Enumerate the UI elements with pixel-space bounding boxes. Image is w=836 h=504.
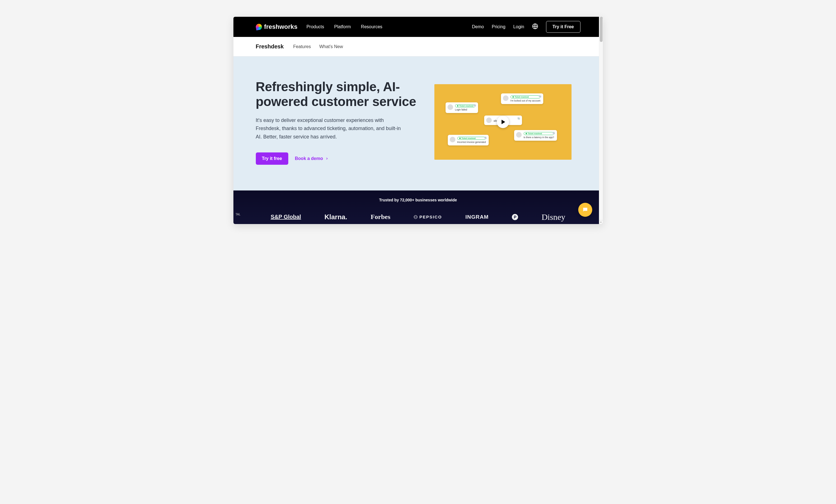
chevron-right-icon bbox=[325, 157, 328, 160]
globe-icon[interactable] bbox=[532, 23, 538, 31]
brand-logo[interactable]: freshworks bbox=[256, 23, 298, 31]
ticket-message: Incorrect invoice generated bbox=[457, 141, 486, 143]
ticket-card: Ticket resolved Is there a latency in th… bbox=[514, 130, 557, 141]
subnav-whats-new[interactable]: What's New bbox=[319, 44, 343, 49]
logo-disney: Disney bbox=[542, 212, 565, 222]
brand-logo-text: freshworks bbox=[264, 23, 298, 31]
hero-try-free-button[interactable]: Try it free bbox=[256, 152, 288, 165]
ticket-message: Login failed bbox=[455, 108, 476, 111]
page-viewport: freshworks Products Platform Resources D… bbox=[233, 17, 603, 224]
nav-login[interactable]: Login bbox=[513, 24, 524, 30]
logo-forbes: Forbes bbox=[370, 213, 391, 221]
customer-logos: TAL S&P Global Klarna. Forbes PEPSICO IN… bbox=[233, 212, 603, 222]
hero-title: Refreshingly simple, AI-powered customer… bbox=[256, 79, 421, 109]
avatar-icon bbox=[448, 104, 453, 110]
primary-nav: Products Platform Resources bbox=[306, 24, 382, 30]
caret-down-icon: ▾ bbox=[599, 220, 603, 224]
ticket-status: Ticket resolved bbox=[455, 104, 476, 108]
ticket-card: Ticket resolved Login failed 📎 bbox=[445, 102, 478, 113]
hero-cta-row: Try it free Book a demo bbox=[256, 152, 421, 165]
secondary-nav: Demo Pricing Login Try it Free bbox=[472, 21, 580, 33]
product-subnav: Freshdesk Features What's New bbox=[233, 37, 603, 57]
logo-ingram: INGRAM bbox=[466, 214, 489, 220]
avatar-icon bbox=[516, 132, 522, 138]
ticket-message: I'm locked out of my account bbox=[511, 99, 540, 102]
hero-body: It's easy to deliver exceptional custome… bbox=[256, 116, 407, 141]
paperclip-icon: 📎 bbox=[484, 136, 487, 139]
nav-pricing[interactable]: Pricing bbox=[492, 24, 506, 30]
avatar-icon bbox=[486, 117, 492, 123]
hero-book-demo-link[interactable]: Book a demo bbox=[295, 156, 328, 161]
paperclip-icon: 📎 bbox=[538, 95, 542, 98]
chat-fab-button[interactable] bbox=[578, 203, 592, 217]
subnav-brand[interactable]: Freshdesk bbox=[256, 43, 284, 50]
logo-partial-left: TAL bbox=[236, 213, 241, 216]
hero-book-demo-text: Book a demo bbox=[295, 156, 323, 161]
logo-pearson: P bbox=[512, 214, 518, 220]
paperclip-icon: 📎 bbox=[517, 117, 520, 120]
pearson-icon: P bbox=[512, 214, 518, 220]
ticket-status: Ticket resolved bbox=[524, 132, 554, 135]
nav-resources[interactable]: Resources bbox=[361, 24, 382, 30]
nav-platform[interactable]: Platform bbox=[334, 24, 351, 30]
try-it-free-button[interactable]: Try it Free bbox=[546, 21, 580, 33]
brand-logo-mark-icon bbox=[255, 23, 262, 30]
top-navbar: freshworks Products Platform Resources D… bbox=[233, 17, 603, 37]
trust-tagline: Trusted by 72,000+ businesses worldwide bbox=[233, 198, 603, 202]
paperclip-icon: 📎 bbox=[473, 104, 476, 107]
subnav-features[interactable]: Features bbox=[293, 44, 311, 49]
ticket-status: Ticket resolved bbox=[457, 137, 486, 140]
ticket-status: Ticket resolved bbox=[511, 95, 540, 98]
ticket-message: Is there a latency in the app? bbox=[524, 136, 554, 139]
ticket-card: Ticket resolved Incorrect invoice genera… bbox=[448, 135, 489, 146]
trust-section: Trusted by 72,000+ businesses worldwide … bbox=[233, 191, 603, 224]
pepsico-globe-icon bbox=[414, 215, 418, 219]
logo-klarna: Klarna. bbox=[324, 213, 347, 221]
hero-section: Refreshingly simple, AI-powered customer… bbox=[233, 57, 603, 191]
logo-pepsico: PEPSICO bbox=[414, 214, 442, 219]
paperclip-icon: 📎 bbox=[552, 132, 555, 135]
nav-products[interactable]: Products bbox=[306, 24, 324, 30]
ticket-card: Ticket resolved I'm locked out of my acc… bbox=[501, 93, 543, 104]
nav-demo[interactable]: Demo bbox=[472, 24, 484, 30]
avatar-icon bbox=[450, 137, 455, 142]
chat-icon bbox=[582, 207, 588, 213]
scrollbar[interactable] bbox=[599, 17, 603, 224]
hero-video-preview: Ticket resolved Login failed 📎 Ticket re… bbox=[434, 84, 571, 160]
scrollbar-thumb[interactable] bbox=[600, 17, 603, 42]
play-button[interactable] bbox=[497, 116, 509, 128]
scrollbar-corner: ▾ bbox=[599, 220, 603, 224]
avatar-icon bbox=[503, 95, 509, 101]
logo-sp-global: S&P Global bbox=[271, 214, 301, 220]
hero-copy: Refreshingly simple, AI-powered customer… bbox=[256, 79, 421, 165]
